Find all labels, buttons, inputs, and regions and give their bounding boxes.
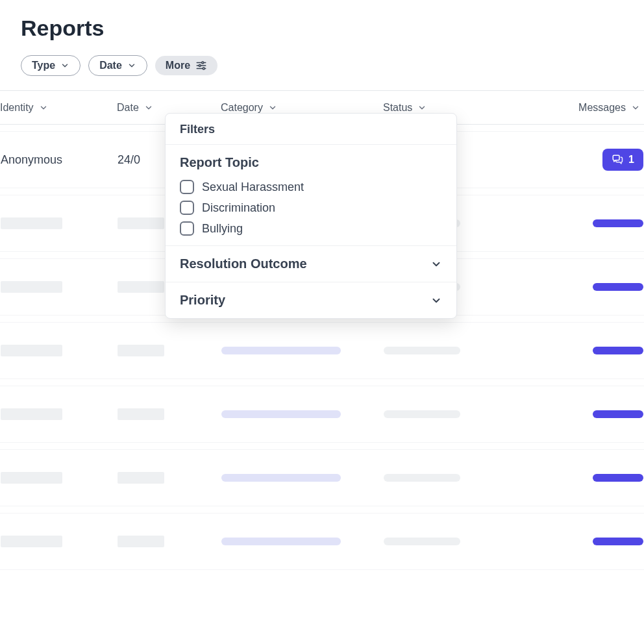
skeleton-placeholder xyxy=(118,472,164,484)
chevron-down-icon xyxy=(39,103,48,112)
skeleton-placeholder xyxy=(384,410,460,418)
filters-section-resolution-outcome[interactable]: Resolution Outcome xyxy=(166,245,456,282)
filters-section-title: Resolution Outcome xyxy=(180,256,307,271)
filters-section-title: Report Topic xyxy=(180,155,442,170)
column-header-identity[interactable]: Identity xyxy=(0,102,117,114)
skeleton-placeholder xyxy=(1,472,62,484)
chevron-down-icon xyxy=(430,258,442,270)
chevron-down-icon xyxy=(268,103,277,112)
filter-option-discrimination[interactable]: Discrimination xyxy=(180,197,442,218)
filters-section-priority[interactable]: Priority xyxy=(166,282,456,318)
column-header-status-label: Status xyxy=(383,102,412,114)
skeleton-placeholder xyxy=(1,536,62,547)
skeleton-placeholder xyxy=(384,347,460,354)
filter-bar: Type Date More xyxy=(21,55,623,76)
table-row-skeleton xyxy=(0,386,644,443)
filter-more-button[interactable]: More xyxy=(155,56,217,75)
column-header-messages-label: Messages xyxy=(578,102,626,114)
skeleton-placeholder xyxy=(384,538,460,545)
filter-option-bullying[interactable]: Bullying xyxy=(180,218,442,239)
filter-type-label: Type xyxy=(32,60,55,71)
column-header-identity-label: Identity xyxy=(0,102,34,114)
skeleton-placeholder xyxy=(593,347,643,354)
filter-date-label: Date xyxy=(99,60,122,71)
filter-type-button[interactable]: Type xyxy=(21,55,80,76)
skeleton-placeholder xyxy=(221,474,341,482)
chevron-down-icon xyxy=(631,103,640,112)
checkbox-icon xyxy=(180,201,194,215)
filter-date-button[interactable]: Date xyxy=(88,55,147,76)
skeleton-placeholder xyxy=(221,538,341,545)
messages-count: 1 xyxy=(628,154,634,166)
svg-point-1 xyxy=(202,62,204,64)
skeleton-placeholder xyxy=(1,345,62,356)
filter-option-label: Discrimination xyxy=(202,201,275,215)
skeleton-placeholder xyxy=(221,347,341,354)
skeleton-placeholder xyxy=(1,408,62,420)
skeleton-placeholder xyxy=(118,408,164,420)
skeleton-placeholder xyxy=(593,538,643,545)
filter-option-sexual-harassment[interactable]: Sexual Harassment xyxy=(180,177,442,197)
checkbox-icon xyxy=(180,180,194,194)
checkbox-icon xyxy=(180,221,194,236)
skeleton-placeholder xyxy=(593,283,643,291)
chevron-down-icon xyxy=(430,295,442,306)
column-header-category[interactable]: Category xyxy=(221,102,383,114)
filters-section-report-topic: Report Topic Sexual Harassment Discrimin… xyxy=(166,145,456,245)
messages-badge[interactable]: 1 xyxy=(602,149,643,171)
filters-popover: Filters Report Topic Sexual Harassment D… xyxy=(165,113,457,319)
chat-icon xyxy=(612,154,623,166)
column-header-category-label: Category xyxy=(221,102,263,114)
column-header-date[interactable]: Date xyxy=(117,102,221,114)
skeleton-placeholder xyxy=(118,345,164,356)
chevron-down-icon xyxy=(60,61,69,70)
sliders-icon xyxy=(195,60,207,71)
filter-option-label: Sexual Harassment xyxy=(202,180,304,194)
column-header-date-label: Date xyxy=(117,102,139,114)
skeleton-placeholder xyxy=(593,474,643,482)
skeleton-placeholder xyxy=(1,281,62,293)
skeleton-placeholder xyxy=(384,474,460,482)
cell-identity: Anonymous xyxy=(1,153,118,167)
skeleton-placeholder xyxy=(593,219,643,227)
svg-point-5 xyxy=(203,68,204,69)
skeleton-placeholder xyxy=(118,536,164,547)
skeleton-placeholder xyxy=(118,281,164,293)
skeleton-placeholder xyxy=(1,217,62,229)
column-header-messages[interactable]: Messages xyxy=(506,102,644,114)
page-title: Reports xyxy=(21,16,623,41)
table-row-skeleton xyxy=(0,449,644,506)
chevron-down-icon xyxy=(127,61,136,70)
column-header-status[interactable]: Status xyxy=(383,102,506,114)
filters-section-title: Priority xyxy=(180,293,225,308)
chevron-down-icon xyxy=(144,103,153,112)
filters-popover-title: Filters xyxy=(166,114,456,145)
table-row-skeleton xyxy=(0,513,644,570)
svg-point-3 xyxy=(199,65,201,67)
skeleton-placeholder xyxy=(221,410,341,418)
skeleton-placeholder xyxy=(118,217,164,229)
filter-option-label: Bullying xyxy=(202,222,243,236)
chevron-down-icon xyxy=(417,103,427,112)
filter-more-label: More xyxy=(166,60,190,71)
skeleton-placeholder xyxy=(593,410,643,418)
cell-messages: 1 xyxy=(507,149,643,171)
table-row-skeleton xyxy=(0,322,644,379)
